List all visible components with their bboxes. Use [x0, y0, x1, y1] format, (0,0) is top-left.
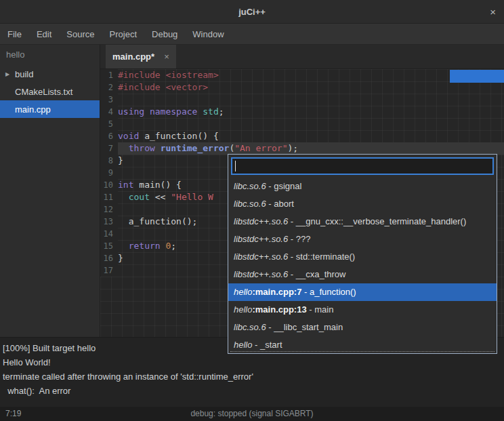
line-number: 4 [100, 106, 118, 118]
popup-search-input[interactable] [231, 157, 494, 175]
line-number: 1 [100, 69, 118, 81]
code-text[interactable]: throw runtime_error("An error"); [118, 142, 504, 155]
expander-icon[interactable]: ▶ [5, 71, 15, 77]
stack-frame-item[interactable]: libc.so.6 - gsignal [228, 178, 497, 195]
console-line: terminate called after throwing an insta… [3, 369, 504, 384]
code-token: std [203, 106, 218, 117]
line-number: 5 [100, 118, 118, 130]
code-token: "Hello W [171, 192, 213, 202]
frame-function: - __cxa_throw [288, 269, 345, 279]
sidebar-item-label: build [15, 69, 33, 79]
code-token [155, 143, 161, 153]
editor-line-5: 5 [100, 118, 504, 130]
editor-line-4: 4using namespace std; [100, 106, 504, 118]
stack-frame-item[interactable]: hello:main.cpp:13 - main [228, 301, 497, 319]
line-number: 15 [100, 240, 118, 252]
sidebar-item-label: main.cpp [15, 104, 51, 115]
frame-function: - __libc_start_main [266, 322, 343, 332]
code-text[interactable] [118, 118, 504, 130]
frame-library: libc.so.6 [234, 322, 266, 332]
line-number: 2 [100, 81, 118, 94]
frame-library: libc.so.6 [234, 199, 266, 209]
code-token [118, 143, 129, 153]
line-number: 14 [100, 228, 118, 240]
stack-frame-item[interactable]: libc.so.6 - __libc_start_main [228, 319, 497, 336]
editor-line-1: 1#include <iostream> [100, 69, 504, 81]
code-token: "An error" [234, 143, 287, 153]
line-number: 9 [100, 167, 118, 179]
frame-library: hello [234, 304, 252, 315]
code-token: cout [129, 192, 150, 202]
editor-line-7: 7 throw runtime_error("An error"); [100, 142, 504, 155]
frame-location: :main.cpp:7 [252, 287, 301, 297]
tab-main-cpp[interactable]: main.cpp* × [106, 45, 176, 68]
line-number: 17 [100, 264, 118, 277]
code-token: } [118, 253, 123, 263]
code-token: #include <iostream> [118, 70, 219, 80]
sidebar-item-main-cpp[interactable]: main.cpp [0, 100, 100, 118]
code-token: using namespace [118, 106, 197, 117]
line-number: 7 [100, 142, 118, 155]
frame-library: hello [234, 287, 252, 297]
sidebar-item-cmakelists-txt[interactable]: CMakeLists.txt [0, 83, 100, 100]
line-number: 13 [100, 216, 118, 228]
frame-function: - gsignal [266, 181, 302, 191]
frame-function: - ??? [288, 234, 310, 244]
line-number: 10 [100, 179, 118, 191]
frame-library: libstdc++.so.6 [234, 252, 288, 262]
statusbar: 7:19 debug: stopped (signal SIGABRT) [0, 407, 504, 421]
frame-library: libc.so.6 [234, 181, 266, 191]
sidebar-item-build[interactable]: ▶build [0, 65, 100, 83]
line-number: 11 [100, 191, 118, 203]
code-token: a_function() { [139, 131, 218, 141]
frame-library: libstdc++.so.6 [234, 234, 288, 244]
stack-frame-item[interactable]: libstdc++.so.6 - __cxa_throw [228, 266, 497, 283]
code-text[interactable]: #include <vector> [118, 81, 504, 94]
code-token: << [150, 192, 171, 202]
stack-frame-item[interactable]: libstdc++.so.6 - std::terminate() [228, 248, 497, 266]
tab-close-icon[interactable]: × [164, 52, 169, 62]
code-text[interactable]: using namespace std; [118, 106, 504, 118]
code-text[interactable] [118, 94, 504, 106]
code-token: main() { [133, 180, 181, 190]
menu-file[interactable]: File [0, 24, 29, 44]
menu-edit[interactable]: Edit [29, 24, 59, 44]
frame-library: hello [234, 340, 252, 350]
frame-location: :main.cpp:13 [252, 304, 306, 315]
stack-frame-item[interactable]: hello:main.cpp:7 - a_function() [228, 283, 497, 301]
line-number: 3 [100, 94, 118, 106]
line-number: 16 [100, 252, 118, 264]
list-overflow-indicator [230, 351, 495, 352]
frame-function: - __gnu_cxx::__verbose_terminate_handler… [288, 216, 466, 226]
editor-line-6: 6void a_function() { [100, 130, 504, 142]
frame-function: - a_function() [301, 287, 356, 297]
stack-frame-item[interactable]: libstdc++.so.6 - __gnu_cxx::__verbose_te… [228, 213, 497, 230]
file-tree: ▶buildCMakeLists.txtmain.cpp [0, 65, 100, 118]
stack-frame-item[interactable]: libc.so.6 - abort [228, 195, 497, 213]
frame-library: libstdc++.so.6 [234, 269, 288, 279]
code-text[interactable]: void a_function() { [118, 130, 504, 142]
menu-debug[interactable]: Debug [144, 24, 185, 44]
tabbar: main.cpp* × [100, 45, 504, 69]
menu-project[interactable]: Project [102, 24, 144, 44]
frame-library: libstdc++.so.6 [234, 216, 288, 226]
menu-window[interactable]: Window [185, 24, 231, 44]
file-tree-sidebar: hello ▶buildCMakeLists.txtmain.cpp [0, 45, 100, 337]
line-number: 12 [100, 203, 118, 216]
code-token: void [118, 131, 139, 141]
close-window-icon[interactable]: × [490, 0, 496, 24]
stack-frame-list: libc.so.6 - gsignallibc.so.6 - abortlibs… [228, 178, 497, 354]
frame-function: - main [307, 304, 334, 315]
scrollbar-thumb[interactable] [450, 70, 504, 83]
titlebar: juCi++ × [0, 0, 504, 24]
stack-frame-item[interactable]: libstdc++.so.6 - ??? [228, 230, 497, 248]
code-token [118, 192, 129, 202]
menu-source[interactable]: Source [59, 24, 102, 44]
frame-function: - _start [252, 340, 282, 350]
code-text[interactable]: #include <iostream> [118, 69, 504, 81]
frame-function: - std::terminate() [288, 252, 355, 262]
project-name: hello [0, 45, 100, 65]
editor-line-2: 2#include <vector> [100, 81, 504, 94]
code-token: runtime_error [161, 143, 230, 153]
line-number: 8 [100, 155, 118, 167]
